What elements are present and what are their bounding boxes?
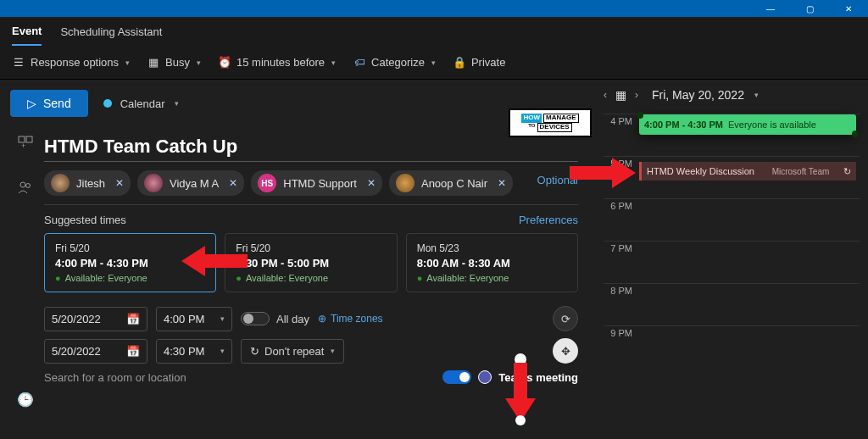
resize-handle-icon[interactable] xyxy=(637,112,643,119)
allday-label: All day xyxy=(276,313,309,325)
svg-marker-5 xyxy=(181,246,248,276)
send-label: Send xyxy=(43,97,71,110)
teams-toggle[interactable] xyxy=(442,370,471,384)
hour-label: 8 PM xyxy=(604,284,636,325)
reminder-label: 15 minutes before xyxy=(236,56,325,69)
calendar-event[interactable]: HTMD Weekly Discussion Microsoft Team ↻ xyxy=(639,162,856,181)
recurring-icon: ↻ xyxy=(843,166,851,177)
repeat-label: Don't repeat xyxy=(264,345,324,358)
svg-marker-8 xyxy=(505,363,536,422)
window-titlebar: — ▢ ✕ xyxy=(0,0,868,17)
avatar xyxy=(396,174,415,192)
minimize-button[interactable]: — xyxy=(751,0,790,17)
attendee-chip[interactable]: Anoop C Nair ✕ xyxy=(389,170,513,196)
repeat-icon: ↻ xyxy=(250,345,259,358)
response-options-label: Response options xyxy=(31,56,119,69)
start-date-value: 5/20/2022 xyxy=(52,313,101,325)
proposed-slot-status: Everyone is available xyxy=(728,119,816,130)
chevron-down-icon: ▾ xyxy=(220,314,225,323)
start-datetime-row: 5/20/2022 📅 4:00 PM ▾ All day ⊕ Time zon… xyxy=(44,306,578,331)
calendar-icon: 📅 xyxy=(126,313,140,325)
suggested-time-card[interactable]: Mon 5/23 8:00 AM - 8:30 AM ●Available: E… xyxy=(406,233,578,292)
end-time-input[interactable]: 4:30 PM ▾ xyxy=(156,339,232,364)
chevron-down-icon: ▾ xyxy=(431,58,436,67)
refresh-icon: ⟳ xyxy=(561,313,570,325)
attendee-chip[interactable]: Vidya M A ✕ xyxy=(137,170,244,196)
remove-chip-icon[interactable]: ✕ xyxy=(115,177,124,189)
remove-chip-icon[interactable]: ✕ xyxy=(498,177,506,189)
attendee-name: HTMD Support xyxy=(283,177,357,190)
private-label: Private xyxy=(471,56,505,69)
event-sub: Microsoft Team xyxy=(772,167,830,176)
close-window-button[interactable]: ✕ xyxy=(829,0,868,17)
send-icon: ▷ xyxy=(27,97,36,110)
suggested-label: Suggested times xyxy=(44,214,126,226)
options-bar: ☰ Response options ▾ ▦ Busy ▾ ⏰ 15 minut… xyxy=(0,46,868,80)
private-toggle[interactable]: 🔒 Private xyxy=(453,56,505,69)
hour-label: 6 PM xyxy=(604,199,636,241)
suggested-avail: Available: Everyone xyxy=(65,273,147,283)
suggested-time-card[interactable]: Fri 5/20 4:30 PM - 5:00 PM ●Available: E… xyxy=(225,233,397,292)
svg-point-3 xyxy=(20,182,25,187)
show-as-label: Busy xyxy=(165,56,190,69)
svg-rect-1 xyxy=(26,136,32,142)
avatar xyxy=(51,174,70,192)
chevron-down-icon: ▾ xyxy=(197,58,201,67)
calendar-icon: 📅 xyxy=(126,345,140,358)
globe-icon: ⊕ xyxy=(318,313,326,325)
annotation-arrow-right-icon xyxy=(568,156,636,190)
preferences-link[interactable]: Preferences xyxy=(519,214,578,226)
reminder-dropdown[interactable]: ⏰ 15 minutes before ▾ xyxy=(218,56,336,69)
maximize-button[interactable]: ▢ xyxy=(790,0,829,17)
start-time-input[interactable]: 4:00 PM ▾ xyxy=(156,307,232,331)
calendar-selector[interactable]: Calendar ▾ xyxy=(103,97,180,110)
day-timeline[interactable]: 4 PM 4:00 PM - 4:30 PM Everyone is avail… xyxy=(604,114,860,368)
calendar-busy-icon: ▦ xyxy=(147,56,160,69)
next-day-button[interactable]: › xyxy=(635,89,638,101)
repeat-dropdown[interactable]: ↻ Don't repeat ▾ xyxy=(241,339,344,364)
attendee-chip[interactable]: HS HTMD Support ✕ xyxy=(251,170,382,196)
date-nav-header: ‹ ▦ › Fri, May 20, 2022 ▾ xyxy=(604,88,860,102)
suggested-avail: Available: Everyone xyxy=(246,273,328,283)
attendee-name: Anoop C Nair xyxy=(421,177,487,190)
attendee-chip[interactable]: Jitesh ✕ xyxy=(44,170,131,196)
event-title-input[interactable]: HTMD Team Catch Up xyxy=(44,132,578,162)
people-icon xyxy=(15,180,36,195)
chevron-down-icon: ▾ xyxy=(331,58,336,67)
tab-scheduling-assistant[interactable]: Scheduling Assistant xyxy=(60,19,162,45)
proposed-slot[interactable]: 4:00 PM - 4:30 PM Everyone is available xyxy=(639,114,856,135)
svg-text:+: + xyxy=(21,142,25,150)
day-view-icon[interactable]: ▦ xyxy=(615,88,626,102)
response-options-dropdown[interactable]: ☰ Response options ▾ xyxy=(12,56,130,69)
attendees-row[interactable]: Jitesh ✕ Vidya M A ✕ HS HTMD Support ✕ A… xyxy=(44,162,578,205)
chevron-down-icon: ▾ xyxy=(331,347,335,355)
tab-event[interactable]: Event xyxy=(12,18,42,46)
remove-chip-icon[interactable]: ✕ xyxy=(229,177,237,189)
title-emoji-button[interactable]: + xyxy=(15,136,36,151)
end-datetime-row: 5/20/2022 📅 4:30 PM ▾ ↻ Don't repeat ▾ ✥ xyxy=(44,338,578,364)
current-date-label[interactable]: Fri, May 20, 2022 xyxy=(652,88,744,102)
timezone-link[interactable]: ⊕ Time zones xyxy=(318,313,383,325)
move-button[interactable]: ✥ xyxy=(553,338,578,364)
attendee-name: Jitesh xyxy=(76,177,105,190)
hour-label: 9 PM xyxy=(604,326,636,368)
alarm-icon: ⏰ xyxy=(218,56,231,69)
suggested-header: Suggested times Preferences xyxy=(44,205,578,233)
categorize-dropdown[interactable]: 🏷 Categorize ▾ xyxy=(353,56,436,69)
end-date-input[interactable]: 5/20/2022 📅 xyxy=(44,339,147,364)
suggested-date: Fri 5/20 xyxy=(236,242,386,254)
send-button[interactable]: ▷ Send xyxy=(10,90,88,117)
proposed-slot-time: 4:00 PM - 4:30 PM xyxy=(644,119,723,130)
start-date-input[interactable]: 5/20/2022 📅 xyxy=(44,307,147,331)
avatar xyxy=(144,174,163,192)
show-as-dropdown[interactable]: ▦ Busy ▾ xyxy=(147,56,201,69)
header-tabs: Event Scheduling Assistant xyxy=(0,17,868,46)
resize-handle-icon[interactable] xyxy=(852,131,859,137)
hour-label: 4 PM xyxy=(604,114,636,156)
prev-day-button[interactable]: ‹ xyxy=(604,89,607,101)
allday-toggle[interactable] xyxy=(241,312,270,325)
suggested-times-list: Fri 5/20 4:00 PM - 4:30 PM ●Available: E… xyxy=(44,233,578,292)
refresh-button[interactable]: ⟳ xyxy=(553,306,578,331)
location-input[interactable]: Search for a room or location xyxy=(44,371,186,384)
remove-chip-icon[interactable]: ✕ xyxy=(367,177,376,189)
